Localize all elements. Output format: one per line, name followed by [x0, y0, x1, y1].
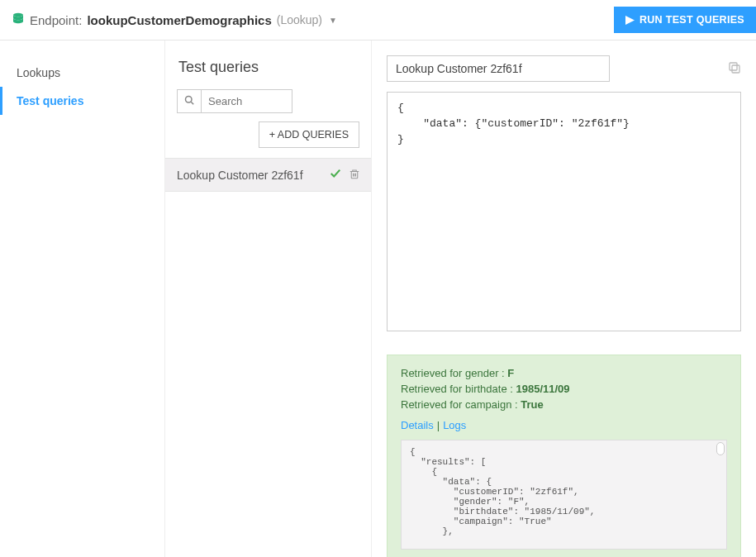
query-list-item[interactable]: Lookup Customer 2zf61f [165, 158, 371, 192]
queries-column: Test queries + ADD QUERIES Lookup Custom… [165, 40, 372, 557]
queries-title: Test queries [165, 40, 371, 89]
topbar: Endpoint: lookupCustomerDemographics (Lo… [0, 0, 756, 40]
run-test-queries-button[interactable]: RUN TEST QUERIES [614, 7, 756, 33]
trash-icon[interactable] [349, 169, 359, 182]
code-editor[interactable]: { "data": {"customerID": "2zf61f"} } [387, 92, 741, 331]
endpoint-label: Endpoint: [30, 13, 82, 27]
result-line: Retrieved for birthdate : 1985/11/09 [401, 383, 727, 395]
endpoint-type: (Lookup) [277, 13, 322, 26]
search-wrap [177, 89, 292, 113]
main-shell: Lookups Test queries Test queries + ADD … [0, 40, 756, 557]
endpoint-name[interactable]: lookupCustomerDemographics [87, 13, 271, 27]
sidebar: Lookups Test queries [0, 40, 165, 557]
svg-point-0 [13, 12, 23, 16]
svg-rect-9 [732, 65, 739, 73]
chevron-down-icon[interactable]: ▼ [329, 16, 337, 25]
detail-panel: { "data": {"customerID": "2zf61f"} } Ret… [372, 40, 756, 557]
result-line: Retrieved for gender : F [401, 367, 727, 379]
result-json[interactable]: { "results": [ { "data": { "customerID":… [401, 440, 727, 550]
details-link[interactable]: Details [401, 419, 434, 431]
search-icon [178, 90, 202, 112]
svg-point-2 [186, 97, 193, 103]
detail-top [387, 55, 741, 82]
check-icon [330, 168, 341, 182]
run-button-label: RUN TEST QUERIES [640, 14, 744, 26]
topbar-left: Endpoint: lookupCustomerDemographics (Lo… [12, 12, 337, 28]
scrollbar-thumb[interactable] [716, 442, 725, 455]
main: Test queries + ADD QUERIES Lookup Custom… [165, 40, 756, 557]
result-line: Retrieved for campaign : True [401, 398, 727, 411]
query-item-label: Lookup Customer 2zf61f [177, 169, 303, 182]
copy-icon[interactable] [728, 61, 741, 77]
svg-rect-10 [730, 63, 737, 70]
results-panel: Retrieved for gender : F Retrieved for b… [387, 355, 741, 557]
sidebar-item-test-queries[interactable]: Test queries [0, 87, 164, 115]
sidebar-item-lookups[interactable]: Lookups [0, 59, 164, 87]
svg-line-3 [191, 102, 193, 104]
svg-marker-1 [625, 16, 635, 25]
query-item-actions [330, 168, 359, 182]
database-icon [12, 12, 25, 28]
query-name-input[interactable] [387, 55, 610, 82]
result-links: Details|Logs [401, 419, 727, 431]
search-input[interactable] [202, 90, 292, 112]
logs-link[interactable]: Logs [443, 419, 466, 431]
add-queries-button[interactable]: + ADD QUERIES [259, 121, 359, 148]
